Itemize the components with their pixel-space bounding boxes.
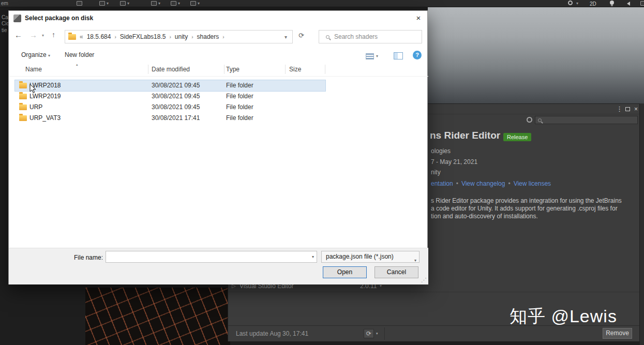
dialog-titlebar[interactable]: Select package on disk × xyxy=(9,11,427,25)
address-bar[interactable]: « 18.5.684 › SideFXLabs18.5 › unity › sh… xyxy=(65,30,293,43)
search-icon xyxy=(538,118,542,122)
chevron-down-icon[interactable]: ▾ xyxy=(158,1,160,6)
column-divider[interactable] xyxy=(285,65,286,74)
breadcrumb-item[interactable]: unity xyxy=(175,33,188,40)
divider xyxy=(9,76,428,77)
chevron-down-icon[interactable]: ▾ xyxy=(127,1,129,6)
file-name: URP_VAT3 xyxy=(29,113,61,124)
shading-mode-icon[interactable] xyxy=(568,1,573,5)
description-line: s Rider Editor package provides an integ… xyxy=(431,197,638,205)
file-date: 30/08/2021 09:45 xyxy=(152,102,200,113)
back-button[interactable]: ← xyxy=(14,31,22,39)
search-box[interactable] xyxy=(319,30,422,43)
file-name-label: File name: xyxy=(50,254,103,261)
address-dropdown-caret[interactable]: ▾ xyxy=(284,34,289,40)
left-panel-fragment: Ca xyxy=(2,14,8,20)
column-header-date[interactable]: Date modified xyxy=(152,66,190,73)
close-icon[interactable]: × xyxy=(410,11,427,25)
chevron-down-icon[interactable]: ▾ xyxy=(576,1,578,6)
changelog-link[interactable]: View changelog xyxy=(461,180,505,187)
tool-icon-4[interactable] xyxy=(171,1,176,6)
cancel-button[interactable]: Cancel xyxy=(375,266,418,278)
breadcrumb-prefix[interactable]: « xyxy=(80,33,83,40)
column-divider[interactable] xyxy=(148,65,148,74)
preview-pane-icon[interactable] xyxy=(394,52,403,59)
package-search-box[interactable] xyxy=(535,116,638,124)
dot-separator: • xyxy=(456,180,458,187)
gear-icon[interactable] xyxy=(527,117,532,123)
unity-editor-screen: ▾ ▾ ▾ ▾ ▾ ▾ 2D em Ca Cio tie ⋮ × ns Ride… xyxy=(0,0,644,345)
breadcrumb-item[interactable]: 18.5.684 xyxy=(87,33,111,40)
refresh-button[interactable]: ⟳ xyxy=(364,329,374,338)
chevron-down-icon[interactable]: ▾ xyxy=(312,254,314,259)
chevron-separator-icon[interactable]: › xyxy=(114,34,116,40)
tool-icon-1[interactable] xyxy=(99,1,105,6)
scene-audio-icon[interactable] xyxy=(627,2,630,6)
chevron-separator-icon[interactable]: › xyxy=(222,34,224,40)
search-input[interactable] xyxy=(334,33,422,40)
description-line: a code editor for Unity. It adds support… xyxy=(431,205,638,213)
chevron-separator-icon[interactable]: › xyxy=(169,34,171,40)
tool-icon-5[interactable] xyxy=(190,1,196,6)
description-line: tion and auto-discovery of installations… xyxy=(431,213,638,220)
chevron-down-icon[interactable]: ▾ xyxy=(107,1,109,6)
file-row-urp[interactable]: URP 30/08/2021 09:45 File folder xyxy=(15,102,325,113)
sort-ascending-icon: ▴ xyxy=(76,63,78,67)
open-button[interactable]: Open xyxy=(323,266,367,278)
resize-grip[interactable]: ⋰ xyxy=(421,277,427,283)
file-type: File folder xyxy=(226,113,253,124)
folder-icon xyxy=(19,94,27,99)
kebab-menu-icon[interactable]: ⋮ xyxy=(616,106,623,113)
column-header-size[interactable]: Size xyxy=(289,66,301,73)
column-header-name[interactable]: Name xyxy=(25,66,42,73)
chevron-down-icon[interactable]: ▾ xyxy=(198,1,200,6)
forward-button[interactable]: → xyxy=(29,31,37,39)
left-panel-fragment: tie xyxy=(2,27,7,33)
file-row-lwrp2019[interactable]: LWRP2019 30/08/2021 09:45 File folder xyxy=(15,91,325,102)
dialog-footer: File name: ▾ package.json file (*.json) … xyxy=(9,248,428,284)
folder-icon xyxy=(19,83,27,88)
chevron-down-icon[interactable]: ▾ xyxy=(376,332,378,336)
help-icon[interactable]: ? xyxy=(413,51,422,59)
folder-icon xyxy=(19,104,27,110)
chevron-down-icon[interactable]: ▾ xyxy=(376,54,378,58)
tool-icon-2[interactable] xyxy=(120,1,126,6)
file-date: 30/08/2021 09:45 xyxy=(152,80,200,91)
remove-button[interactable]: Remove xyxy=(603,328,632,339)
tool-icon-3[interactable] xyxy=(151,1,157,6)
chevron-separator-icon[interactable]: › xyxy=(191,34,193,40)
package-links: entation • View changelog • View license… xyxy=(431,180,551,187)
up-button[interactable]: ↑ xyxy=(52,31,55,39)
close-icon[interactable]: × xyxy=(634,106,638,113)
file-row-lwrp2018[interactable]: LWRP2018 30/08/2021 09:45 File folder xyxy=(15,80,325,91)
column-header-type[interactable]: Type xyxy=(226,66,239,73)
breadcrumb-item[interactable]: SideFXLabs18.5 xyxy=(120,33,166,40)
file-type-filter-select[interactable]: package.json file (*.json) ▾ xyxy=(321,251,420,263)
refresh-icon[interactable]: ⟳ xyxy=(298,32,304,39)
organize-button[interactable]: Organize ▾ xyxy=(21,51,50,58)
tool-icon-partial[interactable] xyxy=(77,1,82,6)
new-folder-button[interactable]: New folder xyxy=(65,51,94,58)
chevron-down-icon: ▾ xyxy=(48,53,50,58)
column-divider[interactable] xyxy=(224,65,224,74)
change-view-icon[interactable] xyxy=(366,53,374,59)
licenses-link[interactable]: View licenses xyxy=(514,180,551,187)
documentation-link[interactable]: entation xyxy=(431,180,453,187)
search-icon xyxy=(326,35,330,39)
column-divider[interactable] xyxy=(325,65,325,74)
maximize-icon[interactable] xyxy=(625,107,630,111)
file-name-input[interactable] xyxy=(108,252,305,260)
tool-icon-partial-right[interactable] xyxy=(640,1,644,6)
file-name-combobox[interactable]: ▾ xyxy=(106,251,317,263)
breadcrumb-item[interactable]: shaders xyxy=(197,33,219,40)
file-type: File folder xyxy=(226,80,253,91)
file-row-urp-vat3[interactable]: URP_VAT3 30/08/2021 17:41 File folder xyxy=(15,113,325,124)
2d-mode-toggle[interactable]: 2D xyxy=(590,1,596,7)
file-date: 30/08/2021 17:41 xyxy=(152,113,200,124)
scene-lighting-icon[interactable] xyxy=(610,1,614,5)
package-author: ologies xyxy=(431,147,451,155)
chevron-down-icon[interactable]: ▾ xyxy=(178,1,180,6)
recent-locations-caret[interactable]: ▾ xyxy=(42,33,44,38)
folder-icon xyxy=(68,34,76,40)
dialog-icon xyxy=(13,14,21,22)
